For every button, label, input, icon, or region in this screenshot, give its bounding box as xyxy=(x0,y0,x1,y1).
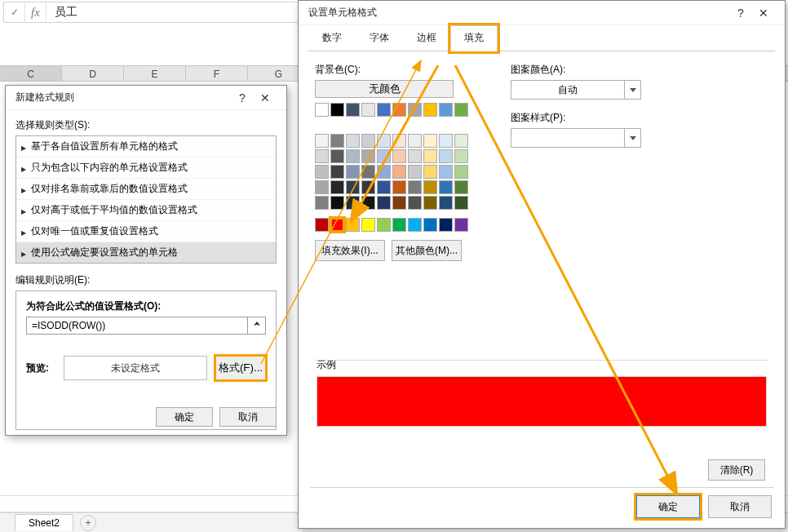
color-swatch[interactable] xyxy=(392,180,406,194)
color-swatch[interactable] xyxy=(392,103,406,117)
color-swatch[interactable] xyxy=(392,218,406,232)
no-color-button[interactable]: 无颜色 xyxy=(315,80,454,98)
color-swatch[interactable] xyxy=(439,134,453,148)
col-header[interactable]: C xyxy=(0,66,62,81)
color-swatch[interactable] xyxy=(439,103,453,117)
color-swatch[interactable] xyxy=(361,218,375,232)
rule-option[interactable]: 使用公式确定要设置格式的单元格 xyxy=(16,242,276,263)
color-swatch[interactable] xyxy=(439,180,453,194)
rule-type-list[interactable]: 基于各自值设置所有单元格的格式 只为包含以下内容的单元格设置格式 仅对排名靠前或… xyxy=(15,135,277,264)
color-swatch[interactable] xyxy=(439,196,453,210)
rule-option[interactable]: 仅对高于或低于平均值的数值设置格式 xyxy=(16,200,276,221)
fill-effects-button[interactable]: 填充效果(I)... xyxy=(315,240,385,261)
color-swatch[interactable] xyxy=(361,165,375,179)
color-swatch[interactable] xyxy=(439,218,453,232)
close-icon[interactable]: ✕ xyxy=(752,7,775,20)
color-swatch[interactable] xyxy=(361,134,375,148)
tab-border[interactable]: 边框 xyxy=(403,25,450,51)
color-swatch[interactable] xyxy=(408,196,422,210)
cancel-icon[interactable]: ✓ xyxy=(4,2,25,22)
color-swatch[interactable] xyxy=(315,103,329,117)
color-swatch[interactable] xyxy=(408,103,422,117)
ref-edit-icon[interactable] xyxy=(248,317,266,335)
color-swatch[interactable] xyxy=(408,180,422,194)
rule-option[interactable]: 仅对排名靠前或靠后的数值设置格式 xyxy=(16,179,276,200)
cancel-button[interactable]: 取消 xyxy=(219,407,277,427)
rule-option[interactable]: 只为包含以下内容的单元格设置格式 xyxy=(16,157,276,179)
color-swatch[interactable] xyxy=(454,196,468,210)
sheet-tab[interactable]: Sheet2 xyxy=(15,514,73,531)
color-swatch[interactable] xyxy=(392,196,406,210)
color-swatch[interactable] xyxy=(315,218,329,232)
color-swatch[interactable] xyxy=(392,149,406,163)
color-swatch[interactable] xyxy=(330,134,344,148)
color-swatch[interactable] xyxy=(330,165,344,179)
color-swatch[interactable] xyxy=(423,196,437,210)
color-swatch[interactable] xyxy=(346,180,360,194)
color-swatch[interactable] xyxy=(423,165,437,179)
color-palette-standard[interactable] xyxy=(315,218,470,232)
cancel-button[interactable]: 取消 xyxy=(708,495,772,518)
color-swatch[interactable] xyxy=(408,149,422,163)
color-swatch[interactable] xyxy=(454,165,468,179)
color-swatch[interactable] xyxy=(361,149,375,163)
color-swatch[interactable] xyxy=(439,149,453,163)
color-swatch[interactable] xyxy=(423,218,437,232)
color-swatch[interactable] xyxy=(346,196,360,210)
color-swatch[interactable] xyxy=(408,165,422,179)
tab-fill[interactable]: 填充 xyxy=(450,25,498,51)
color-swatch[interactable] xyxy=(377,134,391,148)
color-swatch[interactable] xyxy=(315,180,329,194)
color-swatch[interactable] xyxy=(454,149,468,163)
color-swatch[interactable] xyxy=(454,218,468,232)
more-colors-button[interactable]: 其他颜色(M)... xyxy=(392,240,462,261)
color-swatch[interactable] xyxy=(346,218,360,232)
formula-input[interactable] xyxy=(26,317,248,335)
add-sheet-icon[interactable]: + xyxy=(80,515,96,531)
ok-button[interactable]: 确定 xyxy=(156,407,213,427)
color-swatch[interactable] xyxy=(346,165,360,179)
color-swatch[interactable] xyxy=(392,165,406,179)
col-header[interactable]: D xyxy=(62,66,124,81)
color-swatch[interactable] xyxy=(454,103,468,117)
color-swatch[interactable] xyxy=(377,218,391,232)
col-header[interactable]: E xyxy=(124,66,186,81)
color-swatch[interactable] xyxy=(330,218,344,232)
color-swatch[interactable] xyxy=(315,165,329,179)
color-swatch[interactable] xyxy=(361,196,375,210)
color-swatch[interactable] xyxy=(454,180,468,194)
format-button[interactable]: 格式(F)... xyxy=(215,356,266,380)
color-swatch[interactable] xyxy=(377,149,391,163)
col-header[interactable]: F xyxy=(186,66,248,81)
fx-icon[interactable]: fx xyxy=(25,2,46,22)
color-swatch[interactable] xyxy=(423,103,437,117)
color-swatch[interactable] xyxy=(423,180,437,194)
color-swatch[interactable] xyxy=(315,134,329,148)
color-swatch[interactable] xyxy=(423,149,437,163)
color-swatch[interactable] xyxy=(377,196,391,210)
color-swatch[interactable] xyxy=(346,134,360,148)
color-swatch[interactable] xyxy=(408,218,422,232)
color-swatch[interactable] xyxy=(315,196,329,210)
color-swatch[interactable] xyxy=(377,103,391,117)
pattern-style-combo[interactable] xyxy=(511,128,641,148)
help-icon[interactable]: ? xyxy=(729,7,752,20)
color-swatch[interactable] xyxy=(330,180,344,194)
color-swatch[interactable] xyxy=(439,165,453,179)
tab-font[interactable]: 字体 xyxy=(356,25,403,51)
clear-button[interactable]: 清除(R) xyxy=(708,459,765,481)
help-icon[interactable]: ? xyxy=(231,91,254,104)
close-icon[interactable]: ✕ xyxy=(254,91,277,104)
color-swatch[interactable] xyxy=(361,180,375,194)
color-swatch[interactable] xyxy=(377,165,391,179)
rule-option[interactable]: 仅对唯一值或重复值设置格式 xyxy=(16,221,276,242)
color-swatch[interactable] xyxy=(346,103,360,117)
ok-button[interactable]: 确定 xyxy=(636,495,700,518)
rule-option[interactable]: 基于各自值设置所有单元格的格式 xyxy=(16,136,276,157)
color-swatch[interactable] xyxy=(454,134,468,148)
color-swatch[interactable] xyxy=(361,103,375,117)
color-swatch[interactable] xyxy=(330,196,344,210)
color-swatch[interactable] xyxy=(315,149,329,163)
color-swatch[interactable] xyxy=(392,134,406,148)
color-swatch[interactable] xyxy=(330,149,344,163)
